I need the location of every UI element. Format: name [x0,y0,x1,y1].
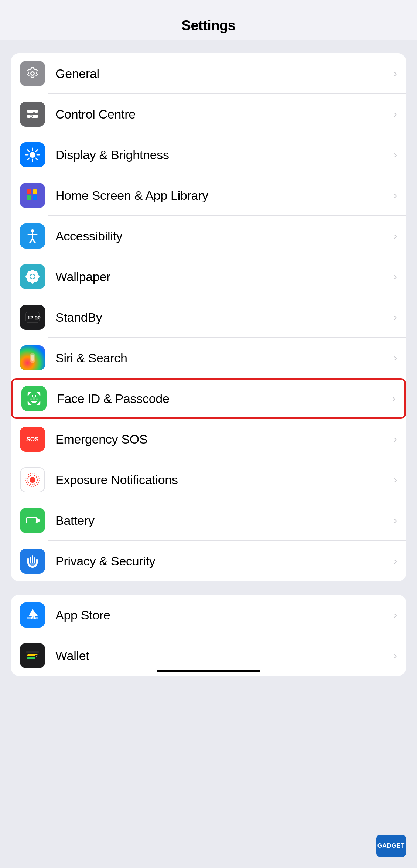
content-area: General › Control Centre › [0,40,417,691]
settings-item-siri-search[interactable]: Siri & Search › [11,338,406,378]
svg-point-19 [31,229,34,232]
exposure-label: Exposure Notifications [55,473,388,487]
settings-item-display-brightness[interactable]: Display & Brightness › [11,134,406,175]
exposure-icon [20,467,45,492]
battery-icon [20,508,45,533]
siri-icon [20,345,45,370]
svg-line-14 [28,158,29,160]
grid-icon [20,183,45,208]
svg-rect-50 [38,519,40,522]
gear-icon [20,61,45,86]
page-title: Settings [182,18,236,33]
svg-rect-15 [27,189,31,194]
svg-point-5 [30,115,32,117]
svg-point-46 [30,477,35,483]
appstore-icon [20,602,45,628]
control-centre-chevron: › [394,108,397,120]
settings-item-battery[interactable]: Battery › [11,500,406,541]
general-label: General [55,66,388,81]
settings-item-exposure[interactable]: Exposure Notifications › [11,459,406,500]
faceid-icon [21,386,47,411]
brand-text: GADGET [377,843,405,849]
siri-search-label: Siri & Search [55,351,388,365]
siri-search-chevron: › [394,352,397,364]
toggle-icon [20,102,45,127]
svg-rect-17 [27,195,31,200]
wallet-label: Wallet [55,649,388,663]
emergency-sos-label: Emergency SOS [55,432,388,447]
display-brightness-label: Display & Brightness [55,148,388,162]
settings-item-home-screen[interactable]: Home Screen & App Library › [11,175,406,216]
brand-badge: GADGET [376,835,406,857]
wallpaper-label: Wallpaper [55,270,388,284]
settings-item-wallet[interactable]: Wallet › [11,635,406,676]
accessibility-label: Accessibility [55,229,388,243]
page-header: Settings [0,0,417,40]
accessibility-chevron: › [394,230,397,242]
svg-rect-18 [33,195,37,200]
settings-item-privacy-security[interactable]: Privacy & Security › [11,541,406,581]
svg-point-3 [33,110,35,112]
exposure-chevron: › [394,474,397,486]
settings-item-emergency-sos[interactable]: SOS Emergency SOS › [11,419,406,459]
privacy-security-chevron: › [394,555,397,567]
home-screen-label: Home Screen & App Library [55,188,388,203]
home-screen-chevron: › [394,189,397,201]
app-store-chevron: › [394,609,397,621]
wallet-icon [20,643,45,668]
svg-rect-37 [35,317,37,318]
svg-rect-16 [33,189,37,194]
sun-icon [20,142,45,167]
svg-point-39 [31,355,34,361]
svg-point-6 [30,152,35,158]
settings-item-control-centre[interactable]: Control Centre › [11,94,406,134]
settings-item-wallpaper[interactable]: Wallpaper › [11,256,406,297]
standby-icon: 12:00 [20,305,45,330]
settings-group-2: App Store › Wallet › [11,595,406,676]
svg-text:SOS: SOS [26,436,39,442]
hand-icon [20,549,45,574]
svg-text:12:00: 12:00 [27,315,41,321]
sos-icon: SOS [20,427,45,452]
svg-line-23 [33,239,35,243]
svg-rect-51 [27,518,36,523]
svg-line-12 [36,158,37,160]
settings-group-1: General › Control Centre › [11,53,406,581]
home-indicator [157,670,260,672]
settings-item-face-id[interactable]: Face ID & Passcode › [11,378,406,419]
svg-point-24 [31,275,34,278]
control-centre-label: Control Centre [55,107,388,122]
settings-item-standby[interactable]: 12:00 StandBy › [11,297,406,338]
accessibility-icon [20,223,45,249]
settings-item-app-store[interactable]: App Store › [11,595,406,635]
standby-chevron: › [394,311,397,323]
svg-rect-54 [26,651,39,653]
svg-point-58 [36,656,37,657]
wallet-chevron: › [394,650,397,662]
wallpaper-chevron: › [394,271,397,283]
emergency-sos-chevron: › [394,433,397,445]
settings-item-accessibility[interactable]: Accessibility › [11,216,406,256]
app-store-label: App Store [55,608,388,622]
settings-item-general[interactable]: General › [11,53,406,94]
face-id-chevron: › [392,393,396,404]
battery-label: Battery [55,513,388,528]
svg-line-13 [36,150,37,151]
face-id-label: Face ID & Passcode [57,392,386,406]
standby-label: StandBy [55,310,388,325]
general-chevron: › [394,68,397,79]
battery-chevron: › [394,515,397,526]
display-brightness-chevron: › [394,149,397,161]
svg-line-11 [28,150,29,151]
privacy-security-label: Privacy & Security [55,554,388,568]
flower-icon [20,264,45,289]
